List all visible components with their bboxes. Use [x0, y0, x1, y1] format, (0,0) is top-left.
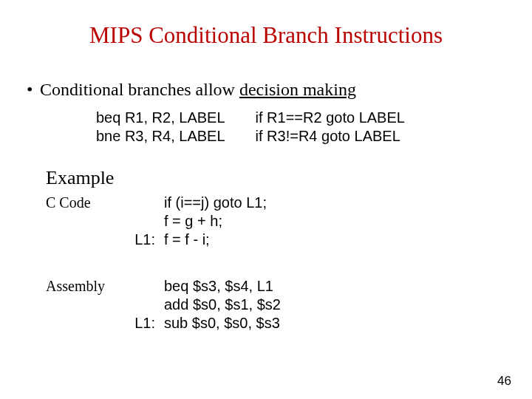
bullet-underlined: decision making	[239, 80, 356, 99]
code-line: beq $s3, $s4, L1	[164, 277, 273, 296]
code-line: add $s0, $s1, $s2	[164, 296, 281, 314]
code-line: f = g + h;	[164, 212, 222, 231]
table-row: add $s0, $s1, $s2	[46, 296, 281, 314]
code-line: f = f - i;	[164, 231, 210, 249]
code-line: sub $s0, $s0, $s3	[164, 314, 280, 332]
instruction-table: beq R1, R2, LABEL if R1==R2 goto LABEL b…	[96, 109, 405, 146]
code-line: if (i==j) goto L1;	[164, 194, 267, 212]
bullet-dot: •	[27, 80, 40, 100]
table-row: beq R1, R2, LABEL if R1==R2 goto LABEL	[96, 109, 405, 127]
page-number: 46	[497, 374, 511, 389]
example-heading: Example	[46, 167, 114, 189]
instr-meaning: if R3!=R4 goto LABEL	[256, 127, 400, 146]
table-row: f = g + h;	[46, 212, 267, 231]
table-row: L1:sub $s0, $s0, $s3	[46, 314, 281, 332]
row-tag: L1:	[123, 314, 155, 332]
table-row: C Codeif (i==j) goto L1;	[46, 194, 267, 212]
table-row: Assemblybeq $s3, $s4, L1	[46, 277, 281, 296]
slide-title: MIPS Conditional Branch Instructions	[0, 22, 532, 49]
row-tag: L1:	[123, 231, 155, 249]
table-row: bne R3, R4, LABEL if R3!=R4 goto LABEL	[96, 127, 405, 146]
bullet-line: •Conditional branches allow decision mak…	[27, 80, 356, 100]
instr-meaning: if R1==R2 goto LABEL	[256, 109, 405, 127]
slide: MIPS Conditional Branch Instructions •Co…	[0, 0, 532, 399]
instr-asm: bne R3, R4, LABEL	[96, 127, 251, 146]
row-label: C Code	[46, 194, 123, 212]
c-code-block: C Codeif (i==j) goto L1; f = g + h; L1:f…	[46, 194, 267, 249]
row-label: Assembly	[46, 277, 123, 296]
table-row: L1:f = f - i;	[46, 231, 267, 249]
assembly-block: Assemblybeq $s3, $s4, L1 add $s0, $s1, $…	[46, 277, 281, 332]
bullet-text: Conditional branches allow	[40, 80, 239, 99]
instr-asm: beq R1, R2, LABEL	[96, 109, 251, 127]
